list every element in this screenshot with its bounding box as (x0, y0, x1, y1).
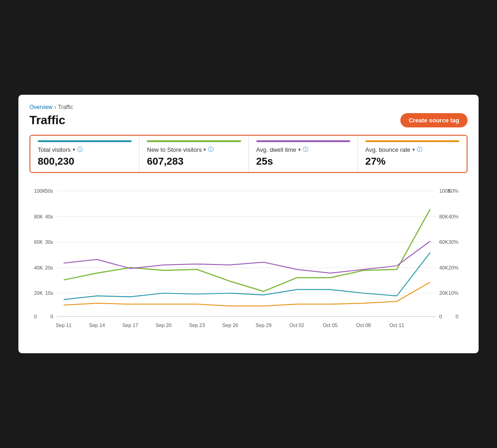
svg-text:Sep 23: Sep 23 (189, 322, 205, 328)
metric-value-dwell: 25s (256, 155, 350, 167)
chart-line-green (64, 209, 430, 292)
svg-text:Sep 26: Sep 26 (222, 322, 238, 328)
svg-text:0: 0 (456, 314, 458, 319)
chart-area: 50s 40s 30s 20s 10s 0 100K 80K 60K 40K 2… (29, 177, 468, 342)
chevron-down-icon-dwell[interactable]: ▾ (298, 147, 301, 153)
svg-text:Sep 29: Sep 29 (255, 322, 272, 328)
chevron-down-icon-bounce[interactable]: ▾ (412, 147, 415, 153)
create-source-tag-button[interactable]: Create source tag (400, 113, 468, 127)
metric-line-bounce (365, 140, 459, 142)
main-card: Overview › Traffic Traffic Create source… (18, 95, 479, 353)
breadcrumb: Overview › Traffic (29, 104, 468, 110)
breadcrumb-current: Traffic (58, 104, 73, 110)
metric-label-bounce: Avg. bounce rate ▾ ⓘ (365, 146, 459, 154)
page-title: Traffic (29, 113, 65, 127)
svg-text:Sep 14: Sep 14 (89, 322, 105, 328)
svg-text:40K: 40K (439, 265, 449, 270)
svg-text:20%: 20% (448, 265, 458, 270)
svg-text:0: 0 (34, 314, 37, 319)
chart-svg: 50s 40s 30s 20s 10s 0 100K 80K 60K 40K 2… (29, 177, 468, 342)
svg-text:40K: 40K (34, 265, 43, 270)
metric-avg-dwell: Avg. dwell time ▾ ⓘ 25s (249, 136, 358, 172)
svg-text:30s: 30s (45, 239, 53, 245)
svg-text:60K: 60K (439, 239, 449, 245)
svg-text:20s: 20s (45, 265, 53, 270)
info-icon-bounce[interactable]: ⓘ (417, 146, 422, 154)
svg-text:10s: 10s (45, 290, 53, 296)
info-icon-total[interactable]: ⓘ (77, 146, 83, 154)
svg-text:30%: 30% (448, 239, 458, 245)
svg-text:80K: 80K (439, 214, 449, 219)
metric-value-total: 800,230 (38, 155, 132, 167)
svg-text:Sep 11: Sep 11 (56, 322, 72, 328)
chevron-down-icon[interactable]: ▾ (73, 147, 75, 153)
svg-text:40s: 40s (45, 214, 53, 219)
svg-text:40%: 40% (448, 214, 458, 219)
chevron-down-icon-new[interactable]: ▾ (203, 147, 206, 153)
svg-text:Oct 11: Oct 11 (389, 322, 404, 328)
metric-line-total (38, 140, 132, 142)
svg-text:50s: 50s (45, 188, 53, 194)
chart-line-purple (64, 241, 430, 273)
svg-text:Sep 17: Sep 17 (122, 322, 139, 328)
metric-label-dwell: Avg. dwell time ▾ ⓘ (256, 146, 350, 154)
metric-new-to-store: New to Store visitors ▾ ⓘ 607,283 (139, 136, 248, 172)
svg-text:0: 0 (439, 314, 442, 319)
info-icon-dwell[interactable]: ⓘ (303, 146, 308, 154)
svg-text:20K: 20K (34, 290, 43, 296)
svg-text:20K: 20K (439, 290, 449, 296)
svg-text:50%: 50% (448, 188, 458, 194)
metric-total-visitors: Total visitors ▾ ⓘ 800,230 (30, 136, 139, 172)
svg-text:Oct 02: Oct 02 (289, 322, 304, 328)
svg-text:0: 0 (51, 314, 53, 319)
metric-line-new (147, 140, 241, 142)
svg-text:10%: 10% (448, 290, 458, 296)
metric-label-total: Total visitors ▾ ⓘ (38, 146, 132, 154)
svg-text:80K: 80K (34, 214, 43, 219)
svg-text:60K: 60K (34, 239, 43, 245)
metrics-row: Total visitors ▾ ⓘ 800,230 New to Store … (29, 135, 468, 173)
svg-text:100K: 100K (34, 188, 46, 194)
svg-text:Sep 20: Sep 20 (156, 322, 172, 328)
breadcrumb-parent[interactable]: Overview (29, 104, 52, 110)
svg-text:Oct 05: Oct 05 (323, 322, 337, 328)
metric-value-new: 607,283 (147, 155, 241, 167)
header-row: Traffic Create source tag (29, 113, 468, 127)
svg-text:Oct 08: Oct 08 (356, 322, 371, 328)
chart-line-blue (64, 253, 430, 299)
metric-avg-bounce: Avg. bounce rate ▾ ⓘ 27% (358, 136, 467, 172)
info-icon-new[interactable]: ⓘ (208, 146, 214, 154)
metric-value-bounce: 27% (365, 155, 459, 167)
metric-label-new: New to Store visitors ▾ ⓘ (147, 146, 241, 154)
metric-line-dwell (256, 140, 350, 142)
breadcrumb-separator: › (54, 104, 56, 110)
